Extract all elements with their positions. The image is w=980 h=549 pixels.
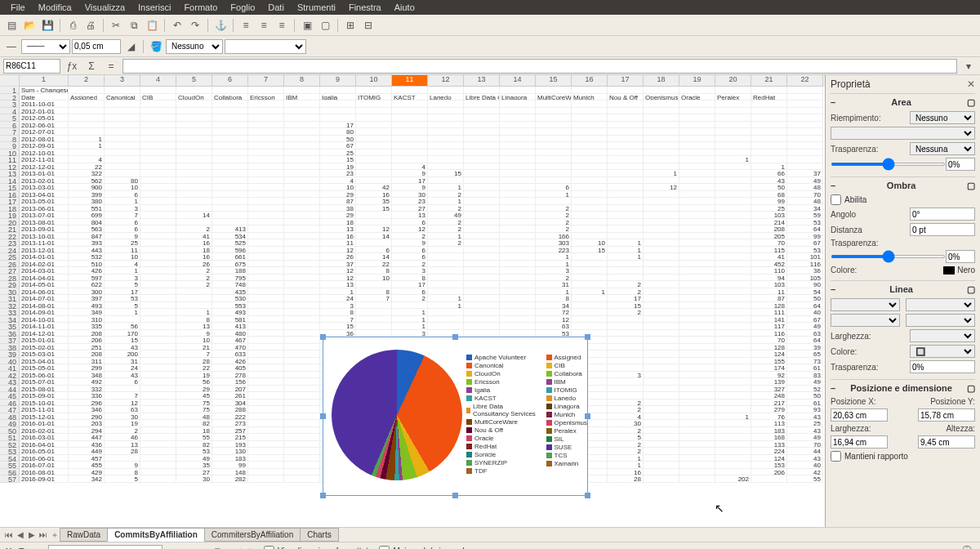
cell[interactable]: Igalia	[320, 94, 356, 101]
sum-icon[interactable]: Σ	[83, 58, 100, 74]
cell[interactable]	[464, 114, 500, 122]
cell[interactable]	[608, 330, 644, 337]
cell[interactable]	[428, 156, 464, 163]
cell[interactable]	[536, 122, 572, 129]
cell[interactable]: 257	[212, 427, 248, 435]
cell[interactable]: 42	[787, 469, 823, 476]
cell[interactable]: 2013-02-01	[20, 177, 69, 185]
cell[interactable]	[500, 212, 536, 219]
cell[interactable]: 26	[176, 261, 212, 268]
cell[interactable]	[176, 128, 212, 136]
cell[interactable]	[715, 274, 751, 282]
cell[interactable]: 206	[751, 469, 787, 476]
cell[interactable]: Date	[20, 94, 69, 101]
cell[interactable]: 2	[176, 225, 212, 233]
cell[interactable]	[248, 358, 284, 365]
cell[interactable]: 12	[320, 274, 356, 282]
cell[interactable]	[284, 100, 320, 108]
cell[interactable]	[751, 100, 787, 108]
cell[interactable]	[284, 330, 320, 337]
cell[interactable]	[140, 399, 176, 407]
cell[interactable]: 300	[69, 288, 105, 296]
cell[interactable]: Oracle	[679, 94, 715, 101]
cell[interactable]	[248, 448, 284, 455]
cell[interactable]	[608, 163, 644, 171]
cell[interactable]	[284, 309, 320, 316]
cell[interactable]	[248, 261, 284, 268]
cell[interactable]	[500, 136, 536, 143]
cell[interactable]: KACST	[392, 94, 428, 101]
tab-next-icon[interactable]: ▶	[26, 530, 38, 539]
cell[interactable]	[140, 344, 176, 351]
cell[interactable]	[608, 100, 644, 108]
cell[interactable]: 14	[356, 233, 392, 240]
cell[interactable]: 214	[751, 219, 787, 226]
cell[interactable]: 73	[787, 358, 823, 365]
cell[interactable]: 64	[787, 302, 823, 310]
cell[interactable]	[284, 288, 320, 296]
cell[interactable]	[464, 184, 500, 191]
cell[interactable]	[356, 142, 392, 150]
cell[interactable]: 87	[751, 295, 787, 302]
cell[interactable]	[176, 108, 212, 115]
redo-icon[interactable]: ↷	[187, 17, 203, 33]
cell[interactable]	[572, 267, 608, 274]
cell[interactable]	[715, 434, 751, 441]
cell[interactable]: 34	[536, 302, 572, 310]
cell[interactable]	[105, 114, 140, 122]
cell[interactable]	[284, 392, 320, 399]
cell[interactable]	[140, 87, 176, 94]
cell[interactable]: 110	[751, 267, 787, 274]
row-header[interactable]: 11	[0, 156, 20, 163]
cell[interactable]	[140, 253, 176, 261]
cell[interactable]	[140, 267, 176, 274]
cell[interactable]	[679, 198, 715, 205]
cell[interactable]: 40	[787, 462, 823, 469]
cell[interactable]	[608, 323, 644, 330]
find-prev-icon[interactable]: ▲	[169, 543, 185, 550]
cell[interactable]	[644, 150, 679, 157]
cell[interactable]	[572, 309, 608, 316]
cell[interactable]: 15	[572, 247, 608, 254]
cell[interactable]	[176, 302, 212, 310]
cell[interactable]	[787, 142, 823, 150]
cell[interactable]: 288	[212, 406, 248, 413]
cell[interactable]	[751, 87, 787, 94]
cell[interactable]: 8	[356, 267, 392, 274]
cell[interactable]	[715, 350, 751, 358]
cell[interactable]	[644, 198, 679, 205]
cell[interactable]	[464, 191, 500, 199]
cell[interactable]: 222	[212, 413, 248, 421]
cell[interactable]: 39	[787, 344, 823, 351]
cell[interactable]: 48	[787, 184, 823, 191]
row-header[interactable]: 30	[0, 288, 20, 296]
cell[interactable]	[572, 323, 608, 330]
cell[interactable]	[248, 128, 284, 136]
cell[interactable]	[320, 100, 356, 108]
cell[interactable]	[608, 261, 644, 268]
find-close-icon[interactable]: ✕	[5, 546, 12, 549]
cell[interactable]: 6	[392, 247, 428, 254]
cell[interactable]	[69, 87, 105, 94]
col-header-9[interactable]: 9	[320, 75, 356, 87]
cell-reference-input[interactable]	[3, 59, 60, 74]
cell[interactable]	[500, 108, 536, 115]
cell[interactable]	[176, 219, 212, 226]
cell[interactable]	[500, 128, 536, 136]
cell[interactable]: 2013-06-01	[20, 205, 69, 212]
cell[interactable]	[105, 128, 140, 136]
cell[interactable]: 40	[787, 309, 823, 316]
cell[interactable]	[715, 87, 751, 94]
cell[interactable]	[248, 87, 284, 94]
cell[interactable]: Sum - Changesets	[20, 87, 69, 94]
cell[interactable]: 2015-11-01	[20, 406, 69, 413]
cell[interactable]	[428, 288, 464, 296]
cell[interactable]	[608, 274, 644, 282]
cell[interactable]: 622	[69, 281, 105, 288]
col-header-5[interactable]: 5	[176, 75, 212, 87]
cell[interactable]	[140, 177, 176, 185]
cell[interactable]	[140, 302, 176, 310]
cell[interactable]: 2013-09-01	[20, 225, 69, 233]
cell[interactable]	[464, 136, 500, 143]
cell[interactable]: 29	[320, 191, 356, 199]
